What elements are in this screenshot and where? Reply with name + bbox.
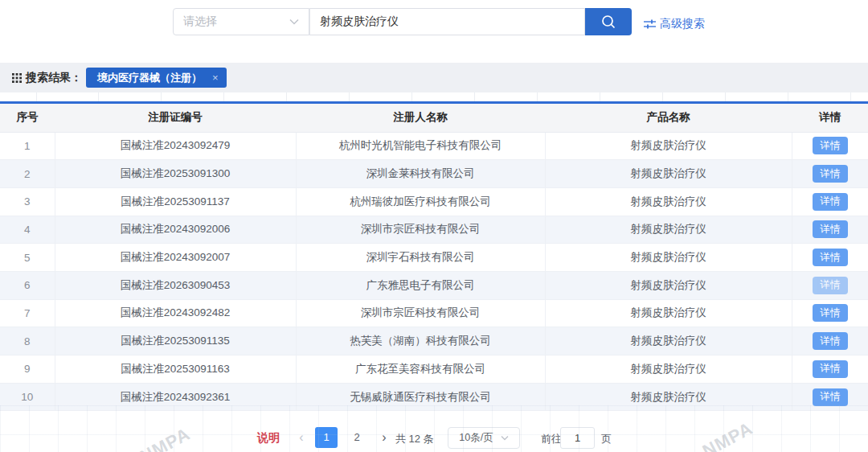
product-name: 射频皮肤治疗仪 [545,187,792,216]
registrant-name: 热芙美（湖南）科技有限公司 [296,327,545,355]
product-name: 射频皮肤治疗仪 [545,132,792,160]
table-row: 3 国械注准20253091137 杭州瑞彼加医疗科技有限公司 射频皮肤治疗仪 … [0,187,868,216]
row-index: 5 [0,244,55,272]
detail-button[interactable]: 详情 [813,165,848,183]
chevron-down-icon [501,435,509,441]
row-index: 9 [0,355,55,384]
detail-button[interactable]: 详情 [813,137,848,154]
detail-cell: 详情 [792,355,868,384]
registration-number: 国械注准20243092007 [55,244,296,272]
result-type-tag[interactable]: 境内医疗器械（注册） × [86,68,227,88]
next-page-button[interactable]: › [375,427,394,448]
grid-icon [12,73,22,83]
detail-button[interactable]: 详情 [813,220,848,238]
results-table: 序号 注册证编号 注册人名称 产品名称 详情 1 国械注准20243092479… [0,104,868,411]
table-row: 6 国械注准20263090453 广东雅思电子有限公司 射频皮肤治疗仪 详情 [0,271,868,299]
detail-cell: 详情 [792,383,868,411]
registration-number: 国械注准20243092482 [55,299,296,327]
col-header-registrant-name: 注册人名称 [296,104,545,132]
row-index: 10 [0,383,55,411]
table-row: 7 国械注准20243092482 深圳市宗匠科技有限公司 射频皮肤治疗仪 详情 [0,299,868,327]
page-button-2[interactable]: 2 [346,427,368,448]
detail-cell: 详情 [792,132,868,160]
detail-button[interactable]: 详情 [813,193,848,211]
page: 请选择 射频皮肤治疗仪 高级搜索 [0,0,868,452]
registration-number: 国械注准20243092006 [55,216,296,244]
detail-cell: 详情 [792,299,868,327]
registrant-name: 深圳市宗匠科技有限公司 [296,299,545,327]
prev-page-button[interactable]: ‹ [292,427,311,448]
table-row: 1 国械注准20243092479 杭州时光机智能电子科技有限公司 射频皮肤治疗… [0,132,868,160]
product-name: 射频皮肤治疗仪 [545,299,792,327]
chevron-down-icon [289,18,299,25]
registrant-name: 深圳市宗匠科技有限公司 [296,216,545,244]
col-header-index: 序号 [0,104,55,132]
detail-button[interactable]: 详情 [813,304,848,322]
row-index: 6 [0,271,55,299]
registrant-name: 广东雅思电子有限公司 [296,271,545,299]
detail-cell: 详情 [792,216,868,244]
table-row: 10 国械注准20243092361 无锡威脉通医疗科技有限公司 射频皮肤治疗仪… [0,383,868,411]
col-header-detail: 详情 [792,104,868,132]
table-row: 2 国械注准20253091300 深圳金莱科技有限公司 射频皮肤治疗仪 详情 [0,160,868,188]
row-index: 7 [0,299,55,327]
detail-button[interactable]: 详情 [813,388,848,406]
detail-button[interactable]: 详情 [813,360,848,378]
page-size-value: 10条/页 [459,431,493,445]
detail-cell: 详情 [792,244,868,272]
tag-close-icon[interactable]: × [212,72,219,84]
registrant-name: 杭州时光机智能电子科技有限公司 [296,132,545,160]
registration-number: 国械注准20253091163 [55,355,296,384]
product-name: 射频皮肤治疗仪 [545,216,792,244]
registrant-name: 无锡威脉通医疗科技有限公司 [296,383,545,411]
registrant-name: 广东花至美容科技有限公司 [296,355,545,384]
detail-cell: 详情 [792,327,868,355]
detail-button[interactable]: 详情 [813,277,848,294]
product-name: 射频皮肤治疗仪 [545,327,792,355]
product-name: 射频皮肤治疗仪 [545,355,792,384]
advanced-search-link[interactable]: 高级搜索 [644,17,705,31]
col-header-product-name: 产品名称 [545,104,792,132]
registration-number: 国械注准20263090453 [55,271,296,299]
results-label: 搜索结果： [26,71,82,85]
row-index: 1 [0,132,55,160]
result-type-tag-label: 境内医疗器械（注册） [97,71,202,85]
detail-button[interactable]: 详情 [813,332,848,350]
registrant-name: 深圳金莱科技有限公司 [296,160,545,188]
gap-strip [0,92,868,101]
search-button[interactable] [585,8,632,35]
search-input[interactable]: 射频皮肤治疗仪 [309,8,585,35]
detail-cell: 详情 [792,160,868,188]
table-row: 9 国械注准20253091163 广东花至美容科技有限公司 射频皮肤治疗仪 详… [0,355,868,384]
product-name: 射频皮肤治疗仪 [545,244,792,272]
table-row: 8 国械注准20253091135 热芙美（湖南）科技有限公司 射频皮肤治疗仪 … [0,327,868,355]
note-link[interactable]: 说明 [257,431,280,446]
pagination-bar: 说明 ‹ 1 2 › 共 12 条 10条/页 前往 1 页 [0,411,868,452]
detail-button[interactable]: 详情 [813,249,848,266]
goto-label: 前往 [541,432,562,446]
product-name: 射频皮肤治疗仪 [545,160,792,188]
row-index: 2 [0,160,55,188]
detail-cell: 详情 [792,271,868,299]
registrant-name: 杭州瑞彼加医疗科技有限公司 [296,187,545,216]
table-header-row: 序号 注册证编号 注册人名称 产品名称 详情 [0,104,868,132]
search-icon [600,14,616,30]
registration-number: 国械注准20243092479 [55,132,296,160]
col-header-registration-number: 注册证编号 [55,104,296,132]
filter-sliders-icon [644,18,656,30]
page-size-select[interactable]: 10条/页 [448,427,520,449]
total-count-label: 共 12 条 [395,432,434,446]
product-name: 射频皮肤治疗仪 [545,271,792,299]
row-index: 8 [0,327,55,355]
table-row: 5 国械注准20243092007 深圳宇石科技有限公司 射频皮肤治疗仪 详情 [0,244,868,272]
registration-number: 国械注准20253091135 [55,327,296,355]
category-select[interactable]: 请选择 [173,8,309,35]
goto-page-input[interactable]: 1 [560,427,595,449]
page-unit-label: 页 [601,432,612,446]
top-search-bar: 请选择 射频皮肤治疗仪 高级搜索 [0,0,868,63]
search-input-value: 射频皮肤治疗仪 [320,14,399,29]
row-index: 4 [0,216,55,244]
page-button-1[interactable]: 1 [315,427,338,448]
product-name: 射频皮肤治疗仪 [545,383,792,411]
registration-number: 国械注准20243092361 [55,383,296,411]
